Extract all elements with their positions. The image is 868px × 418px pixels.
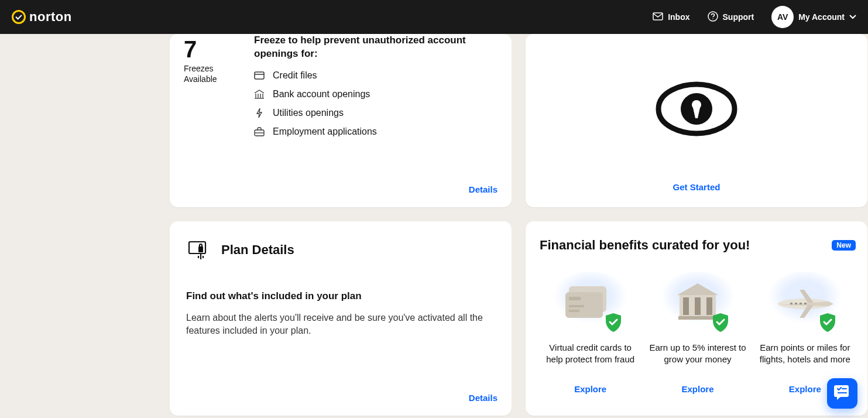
benefit-travel: Earn points or miles for flights, hotels… [754, 272, 856, 394]
new-badge: New [832, 240, 856, 251]
svg-point-2 [712, 18, 713, 19]
svg-rect-22 [569, 305, 584, 307]
svg-rect-30 [790, 303, 792, 304]
briefcase-icon [254, 126, 265, 137]
benefit-text: Earn up to 5% interest to grow your mone… [647, 342, 748, 377]
card-icon [254, 70, 265, 81]
svg-rect-26 [695, 297, 701, 315]
list-item-label: Bank account openings [273, 89, 370, 100]
plan-subhead: Find out what's included in your plan [186, 290, 495, 302]
support-icon [708, 11, 718, 23]
benefit-explore-link[interactable]: Explore [789, 384, 821, 394]
avatar: AV [771, 6, 794, 28]
freezes-details-link[interactable]: Details [469, 184, 498, 194]
freezes-count-label-1: Freezes [184, 64, 214, 73]
list-item: Bank account openings [254, 89, 493, 100]
account-menu[interactable]: AV My Account [771, 6, 856, 28]
bank-illustration [657, 272, 739, 333]
list-item: Utilities openings [254, 108, 493, 118]
svg-rect-25 [683, 297, 689, 315]
benefit-virtual-cards: Virtual credit cards to help protect fro… [540, 272, 641, 394]
benefit-interest: Earn up to 5% interest to grow your mone… [647, 272, 748, 394]
support-label: Support [723, 12, 754, 22]
freezes-heading: Freeze to help prevent unauthorized acco… [254, 34, 493, 61]
svg-rect-21 [569, 297, 581, 300]
help-fab[interactable] [827, 378, 857, 409]
get-started-link[interactable]: Get Started [673, 182, 721, 192]
chevron-down-icon [849, 13, 856, 21]
svg-rect-32 [800, 303, 802, 304]
plan-details-link[interactable]: Details [469, 393, 498, 403]
benefit-explore-link[interactable]: Explore [574, 384, 606, 394]
list-item: Credit files [254, 70, 493, 81]
plan-details-icon [186, 238, 211, 262]
privacy-monitor-card: Get Started [526, 34, 867, 207]
virtual-card-illustration [550, 272, 632, 333]
bank-icon [254, 89, 265, 100]
brand-name: norton [29, 9, 72, 25]
benefits-title: Financial benefits curated for you! [540, 238, 750, 253]
benefit-text: Earn points or miles for flights, hotels… [754, 342, 856, 377]
benefit-text: Virtual credit cards to help protect fro… [540, 342, 641, 377]
freezes-list: Credit files Bank account openings [254, 70, 493, 137]
eye-keyhole-icon [540, 34, 853, 167]
shield-check-icon [605, 313, 622, 333]
brand-logo[interactable]: norton [12, 9, 72, 25]
page-content: 7 Freezes Available Freeze to help preve… [0, 34, 868, 418]
app-header: norton Inbox Support AV My Account [0, 0, 868, 34]
plan-title: Plan Details [221, 242, 294, 258]
shield-check-icon [819, 313, 836, 333]
financial-benefits-card: Financial benefits curated for you! New [526, 221, 867, 416]
mail-icon [653, 12, 663, 22]
shield-check-icon [712, 313, 729, 333]
list-item-label: Credit files [273, 70, 317, 81]
freezes-card: 7 Freezes Available Freeze to help preve… [170, 34, 512, 207]
freezes-count: 7 Freezes Available [184, 34, 231, 137]
list-item: Employment applications [254, 126, 493, 137]
support-link[interactable]: Support [708, 11, 754, 23]
freezes-count-label-2: Available [184, 74, 217, 84]
svg-rect-23 [569, 310, 579, 312]
svg-rect-0 [653, 13, 663, 20]
list-item-label: Employment applications [273, 126, 377, 137]
plan-copy: Learn about the alerts you'll receive an… [186, 311, 490, 338]
freezes-count-value: 7 [184, 37, 231, 61]
chat-checklist-icon [833, 383, 851, 403]
svg-rect-33 [804, 303, 807, 304]
benefit-explore-link[interactable]: Explore [681, 384, 713, 394]
list-item-label: Utilities openings [273, 108, 344, 118]
svg-rect-3 [255, 72, 264, 79]
plan-details-card: Plan Details Find out what's included in… [170, 221, 512, 416]
inbox-label: Inbox [668, 12, 689, 22]
inbox-link[interactable]: Inbox [653, 12, 689, 22]
header-actions: Inbox Support AV My Account [653, 6, 856, 28]
account-label: My Account [798, 12, 845, 22]
svg-rect-31 [795, 303, 797, 304]
plane-illustration [764, 272, 846, 333]
logo-check-circle-icon [12, 10, 26, 24]
svg-rect-15 [198, 246, 203, 252]
bolt-icon [254, 108, 265, 118]
